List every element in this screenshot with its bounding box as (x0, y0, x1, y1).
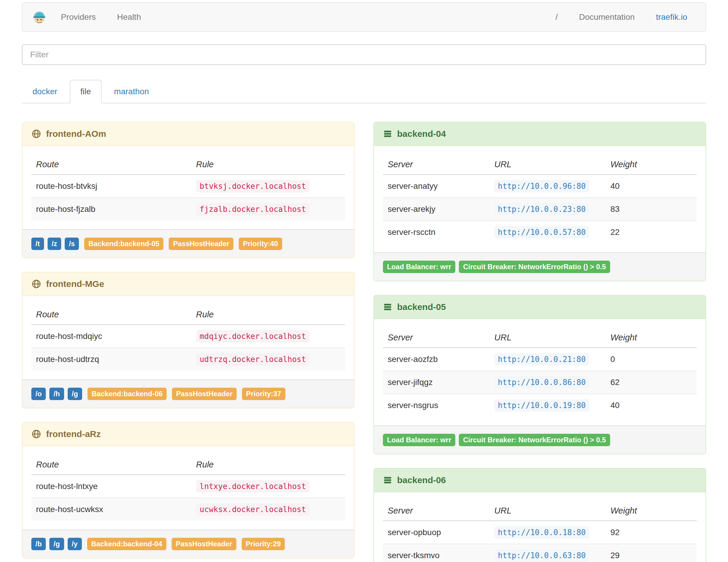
backend-panel-footer: Load Balancer: wrr Circuit Breaker: Netw… (374, 252, 706, 281)
entrypoint-badge: /h (49, 388, 64, 400)
column-header-weight: Weight (606, 501, 697, 521)
entrypoint-badge: /z (48, 238, 61, 250)
globe-icon (31, 429, 41, 439)
table-row: server-nsgrus http://10.0.0.19:80 40 (383, 394, 697, 417)
backend-panel-body: Server URL Weight server-aozfzb http://1… (374, 319, 706, 425)
server-cell: server-arekjy (383, 198, 490, 221)
panel-title: frontend-aRz (46, 429, 101, 439)
table-row: route-host-mdqiyc mdqiyc.docker.localhos… (31, 325, 345, 348)
rule-code: lntxye.docker.localhost (196, 480, 310, 493)
globe-icon (31, 129, 41, 139)
nav-link-health[interactable]: Health (106, 12, 152, 22)
weight-cell: 29 (606, 544, 697, 562)
column-header-server: Server (383, 501, 490, 521)
traefik-logo[interactable] (30, 9, 50, 25)
navbar-right: / Documentation traefik.io (545, 12, 698, 22)
panel-title: backend-05 (397, 302, 446, 312)
url-code: http://10.0.0.18:80 (494, 526, 589, 539)
panel-title: backend-04 (397, 129, 446, 139)
backend-panel-heading: backend-06 (374, 469, 706, 492)
weight-cell: 40 (606, 175, 697, 198)
tab-marathon[interactable]: marathon (103, 80, 160, 103)
frontend-panel: frontend-aRz Route Rule route-host-lntx (22, 422, 355, 558)
server-cell: server-tksmvo (383, 544, 490, 562)
route-cell: route-host-fjzalb (31, 198, 191, 220)
column-header-url: URL (490, 501, 606, 521)
nav-link-slash[interactable]: / (545, 12, 568, 22)
backend-ref-badge: Backend:backend-04 (87, 538, 166, 550)
backend-panel: backend-04 Server URL Weight (373, 122, 706, 281)
nav-link-providers[interactable]: Providers (50, 12, 106, 22)
frontend-panel-body: Route Rule route-host-mdqiyc mdqiyc.dock… (22, 296, 354, 379)
url-code: http://10.0.0.96:80 (494, 180, 589, 192)
route-cell: route-host-udtrzq (31, 348, 191, 371)
navbar-left: Providers Health (30, 9, 152, 25)
table-row: server-opbuop http://10.0.0.18:80 92 (383, 521, 697, 544)
weight-cell: 92 (606, 521, 697, 544)
page-container: Providers Health / Documentation traefik… (22, 2, 706, 562)
column-header-server: Server (383, 328, 490, 348)
load-balancer-badge: Load Balancer: wrr (383, 434, 455, 446)
server-stack-icon (383, 129, 392, 139)
backend-panel-body: Server URL Weight server-anatyy http://1… (374, 146, 706, 252)
priority-badge: Priority:40 (239, 238, 282, 250)
entrypoint-badge: /o (31, 388, 46, 400)
navbar: Providers Health / Documentation traefik… (22, 2, 706, 32)
column-header-weight: Weight (606, 328, 697, 348)
tab-docker[interactable]: docker (22, 80, 68, 103)
globe-icon (31, 279, 41, 289)
table-row: server-rscctn http://10.0.0.57:80 22 (383, 221, 697, 243)
nav-link-traefik-io[interactable]: traefik.io (645, 12, 698, 22)
frontend-panel-heading: frontend-AOm (22, 122, 354, 146)
backends-column: backend-04 Server URL Weight (373, 122, 706, 562)
filter-input[interactable] (22, 44, 706, 65)
table-row: route-host-udtrzq udtrzq.docker.localhos… (31, 348, 345, 371)
route-cell: route-host-lntxye (31, 475, 191, 498)
entrypoint-badge: /g (49, 538, 64, 550)
entrypoint-badge: /s (65, 238, 79, 250)
url-code: http://10.0.0.21:80 (494, 353, 589, 366)
column-header-route: Route (31, 455, 191, 475)
server-stack-icon (383, 475, 392, 485)
backend-panel-footer: Load Balancer: wrr Circuit Breaker: Netw… (374, 425, 706, 454)
column-header-route: Route (31, 155, 191, 175)
panel-title: backend-06 (397, 475, 446, 485)
routes-table: Route Rule route-host-lntxye lntxye.dock… (31, 455, 345, 521)
table-row: server-jifqgz http://10.0.0.86:80 62 (383, 371, 697, 394)
table-row: server-tksmvo http://10.0.0.63:80 29 (383, 544, 697, 562)
frontend-panel-footer: /t /z /s Backend:backend-05 PassHostHead… (22, 229, 354, 258)
passhostheader-badge: PassHostHeader (172, 538, 236, 550)
circuit-breaker-badge: Circuit Breaker: NetworkErrorRatio () > … (459, 434, 610, 446)
rule-code: udtrzq.docker.localhost (196, 353, 310, 366)
url-code: http://10.0.0.86:80 (494, 376, 589, 389)
backend-panel: backend-06 Server URL Weight (373, 468, 706, 562)
backend-panel: backend-05 Server URL Weight (373, 295, 706, 454)
weight-cell: 62 (606, 371, 697, 394)
rule-code: btvksj.docker.localhost (196, 180, 310, 192)
column-header-route: Route (31, 305, 191, 325)
backend-panel-heading: backend-05 (374, 295, 706, 319)
table-row: route-host-fjzalb fjzalb.docker.localhos… (31, 198, 345, 220)
backend-ref-badge: Backend:backend-06 (87, 388, 167, 400)
nav-link-documentation[interactable]: Documentation (568, 12, 645, 22)
frontend-panel-body: Route Rule route-host-lntxye lntxye.dock… (22, 446, 354, 529)
server-cell: server-opbuop (383, 521, 490, 544)
entrypoint-badge: /b (31, 538, 46, 550)
url-code: http://10.0.0.57:80 (494, 226, 589, 238)
route-cell: route-host-mdqiyc (31, 325, 191, 348)
content-columns: frontend-AOm Route Rule route-host-btvk (22, 122, 706, 562)
table-row: server-arekjy http://10.0.0.23:80 83 (383, 198, 697, 221)
column-header-weight: Weight (606, 155, 697, 175)
panel-title: frontend-AOm (46, 129, 106, 139)
table-row: route-host-btvksj btvksj.docker.localhos… (31, 175, 345, 198)
weight-cell: 22 (606, 221, 697, 243)
passhostheader-badge: PassHostHeader (169, 238, 233, 250)
backend-panel-heading: backend-04 (374, 122, 706, 146)
frontend-panel: frontend-AOm Route Rule route-host-btvk (22, 122, 355, 258)
panel-title: frontend-MGe (46, 279, 104, 289)
server-cell: server-nsgrus (383, 394, 490, 417)
table-row: route-host-lntxye lntxye.docker.localhos… (31, 475, 345, 498)
frontend-panel: frontend-MGe Route Rule route-host-mdqi (22, 272, 355, 408)
rule-code: mdqiyc.docker.localhost (196, 330, 310, 342)
tab-file[interactable]: file (70, 80, 102, 103)
